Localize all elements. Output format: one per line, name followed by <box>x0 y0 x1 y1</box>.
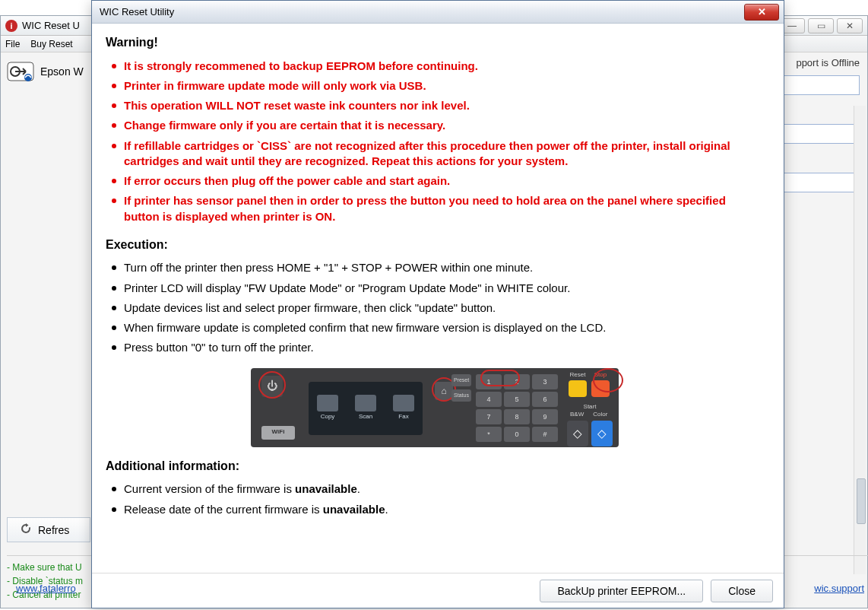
warning-item: If refillable cartridges or `CISS` are n… <box>106 138 764 170</box>
addinfo-2-value: unavailable <box>323 503 385 516</box>
warning-item: If printer has sensor panel then in orde… <box>106 193 764 224</box>
panel-lcd: Copy Scan Fax <box>309 382 423 435</box>
execution-item: Turn off the printer then press HOME + "… <box>106 260 764 275</box>
panel-bw-label: B&W <box>570 411 584 419</box>
refresh-icon <box>20 523 32 537</box>
scroll-thumb[interactable] <box>857 478 866 524</box>
support-status: pport is Offline <box>796 57 860 68</box>
panel-status-button: Status <box>451 389 471 402</box>
warning-item: If error occurs then plug off the power … <box>106 173 764 189</box>
execution-list: Turn off the printer then press HOME + "… <box>106 260 764 355</box>
dialog-title: WIC Reset Utility <box>97 6 177 17</box>
dialog-button-bar: BackUp printer EEPROM... Close <box>92 573 784 608</box>
dialog-content: Warning! It is strongly recommened to ba… <box>92 24 784 573</box>
keypad-key: 7 <box>476 409 502 424</box>
panel-color-label: Color <box>593 411 607 419</box>
warning-item: It is strongly recommened to backup EEPR… <box>106 59 764 74</box>
addinfo-list: Current version of the firmware is unava… <box>106 481 764 517</box>
usb-icon <box>7 60 34 83</box>
lcd-fax: Fax <box>398 413 408 421</box>
keypad-key: 8 <box>504 409 530 424</box>
execution-item: When firmware update is completed confir… <box>106 320 764 335</box>
bg-input-1[interactable] <box>784 75 860 95</box>
panel-start-color-button: ◇ <box>591 421 613 446</box>
backup-eeprom-button[interactable]: BackUp printer EEPROM... <box>540 580 703 602</box>
panel-reset-label: Reset <box>570 371 586 380</box>
right-input-stack <box>784 75 860 192</box>
lcd-scan: Scan <box>359 413 372 421</box>
execution-item: Printer LCD will display "FW Update Mode… <box>106 281 764 296</box>
keypad-key: 0 <box>504 427 530 442</box>
addinfo-heading: Additional information: <box>106 458 764 475</box>
link-fatalerror[interactable]: www.fatalerro <box>16 581 76 596</box>
app-icon: i <box>5 20 17 32</box>
printer-label: Epson W <box>40 65 84 78</box>
addinfo-line-2: Release date of the current firmware is … <box>106 502 764 517</box>
dialog-close-button[interactable]: ✕ <box>744 4 779 21</box>
main-close-button[interactable]: ✕ <box>837 18 863 33</box>
warning-heading: Warning! <box>106 34 764 51</box>
printer-panel-image: Copy Scan Fax ⌂ Preset Status 123456789*… <box>251 368 619 447</box>
menu-buy-reset[interactable]: Buy Reset <box>30 39 72 49</box>
bg-input-3[interactable] <box>784 173 860 192</box>
menu-file[interactable]: File <box>5 39 20 49</box>
keypad-key: 3 <box>532 374 558 389</box>
warning-item: This operation WILL NOT reset waste ink … <box>106 98 764 113</box>
keypad-key: # <box>532 427 558 442</box>
warning-item: Change firmware only if you are certain … <box>106 118 764 133</box>
bg-input-2[interactable] <box>784 124 860 144</box>
execution-heading: Execution: <box>106 237 764 253</box>
warning-item: Printer in firmware update mode will onl… <box>106 78 764 94</box>
highlight-key-1-icon <box>480 370 520 386</box>
dialog-titlebar: WIC Reset Utility ✕ <box>92 1 784 24</box>
panel-preset-button: Preset <box>451 374 471 386</box>
addinfo-2-text: Release date of the current firmware is <box>124 503 323 516</box>
main-title: WIC Reset U <box>22 20 80 31</box>
addinfo-1-text: Current version of the firmware is <box>124 482 295 495</box>
keypad-key: 6 <box>532 392 558 407</box>
panel-wifi-badge: WiFi <box>261 426 295 440</box>
close-button[interactable]: Close <box>711 580 773 602</box>
addinfo-1-value: unavailable <box>295 482 357 495</box>
panel-start-label: Start <box>567 403 613 411</box>
keypad-key: * <box>476 427 502 442</box>
panel-reset-button <box>569 380 587 397</box>
firmware-dialog: WIC Reset Utility ✕ Warning! It is stron… <box>91 0 784 608</box>
execution-item: Update devices list and select proper fi… <box>106 300 764 316</box>
link-wic-support[interactable]: wic.support <box>814 581 864 596</box>
execution-item: Press button "0" to turn off the printer… <box>106 340 764 355</box>
highlight-power-icon <box>258 371 286 399</box>
addinfo-line-1: Current version of the firmware is unava… <box>106 481 764 497</box>
keypad-key: 4 <box>476 392 502 407</box>
keypad-key: 5 <box>504 392 530 407</box>
maximize-button[interactable]: ▭ <box>808 18 834 33</box>
warning-list: It is strongly recommened to backup EEPR… <box>106 59 764 224</box>
highlight-stop-icon <box>593 368 623 392</box>
panel-start-bw-button: ◇ <box>567 421 588 446</box>
lcd-copy: Copy <box>321 413 335 421</box>
refresh-label: Refres <box>38 524 69 536</box>
keypad-key: 9 <box>532 409 558 424</box>
refresh-button[interactable]: Refres <box>7 517 90 542</box>
